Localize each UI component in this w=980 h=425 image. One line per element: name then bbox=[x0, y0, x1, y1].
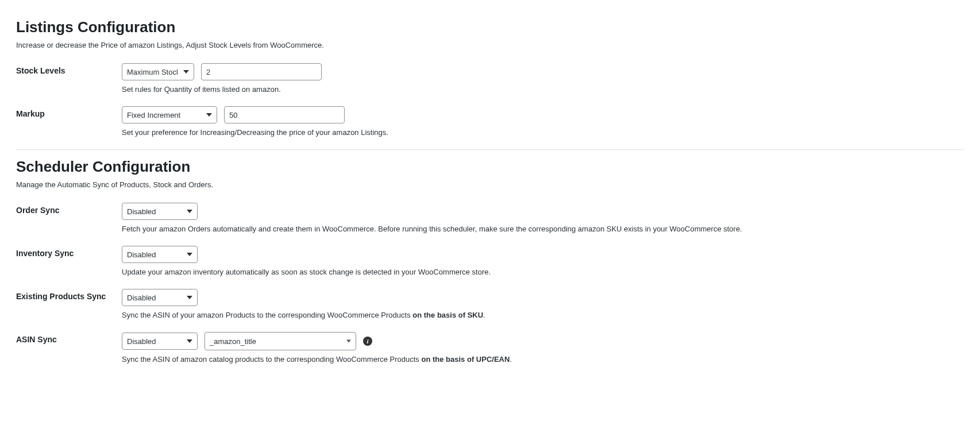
asin-sync-select[interactable]: Disabled bbox=[122, 333, 198, 350]
scheduler-desc: Manage the Automatic Sync of Products, S… bbox=[16, 180, 964, 189]
asin-sync-field-select[interactable]: _amazon_title bbox=[205, 332, 356, 350]
existing-sync-help-pre: Sync the ASIN of your amazon Products to… bbox=[122, 311, 412, 319]
markup-row: Markup Fixed Increment Set your preferen… bbox=[16, 106, 964, 137]
inventory-sync-help: Update your amazon inventory automatical… bbox=[122, 268, 964, 276]
stock-levels-select[interactable]: Maximum Stock bbox=[122, 63, 194, 80]
scheduler-title: Scheduler Configuration bbox=[16, 158, 964, 176]
asin-sync-row: ASIN Sync Disabled _amazon_title i Sync … bbox=[16, 332, 964, 364]
stock-levels-label: Stock Levels bbox=[16, 63, 122, 75]
info-icon[interactable]: i bbox=[363, 337, 372, 346]
asin-sync-field-value: _amazon_title bbox=[210, 337, 256, 346]
existing-sync-help-post: . bbox=[483, 311, 485, 319]
markup-help: Set your preference for Increasing/Decre… bbox=[122, 128, 964, 137]
section-divider bbox=[16, 149, 964, 150]
order-sync-help: Fetch your amazon Orders automatically a… bbox=[122, 225, 964, 233]
listings-desc: Increase or decrease the Price of amazon… bbox=[16, 41, 964, 49]
listings-title: Listings Configuration bbox=[16, 18, 964, 36]
stock-levels-input[interactable] bbox=[201, 63, 322, 80]
asin-sync-help-post: . bbox=[510, 355, 512, 364]
stock-levels-row: Stock Levels Maximum Stock Set rules for… bbox=[16, 63, 964, 94]
existing-products-sync-row: Existing Products Sync Disabled Sync the… bbox=[16, 289, 964, 319]
existing-products-sync-select[interactable]: Disabled bbox=[122, 289, 198, 306]
asin-sync-help: Sync the ASIN of amazon catalog products… bbox=[122, 355, 964, 364]
existing-products-sync-label: Existing Products Sync bbox=[16, 289, 122, 301]
markup-label: Markup bbox=[16, 106, 122, 118]
inventory-sync-row: Inventory Sync Disabled Update your amaz… bbox=[16, 246, 964, 276]
chevron-down-icon bbox=[346, 340, 351, 343]
existing-products-sync-help: Sync the ASIN of your amazon Products to… bbox=[122, 311, 964, 319]
inventory-sync-select[interactable]: Disabled bbox=[122, 246, 198, 263]
order-sync-select[interactable]: Disabled bbox=[122, 203, 198, 220]
stock-levels-help: Set rules for Quantity of items listed o… bbox=[122, 85, 964, 94]
asin-sync-help-bold: on the basis of UPC/EAN bbox=[421, 355, 510, 364]
asin-sync-label: ASIN Sync bbox=[16, 332, 122, 344]
markup-input[interactable] bbox=[224, 106, 345, 123]
order-sync-label: Order Sync bbox=[16, 203, 122, 215]
existing-sync-help-bold: on the basis of SKU bbox=[412, 311, 483, 319]
order-sync-row: Order Sync Disabled Fetch your amazon Or… bbox=[16, 203, 964, 233]
inventory-sync-label: Inventory Sync bbox=[16, 246, 122, 258]
asin-sync-help-pre: Sync the ASIN of amazon catalog products… bbox=[122, 355, 421, 364]
markup-select[interactable]: Fixed Increment bbox=[122, 106, 217, 123]
